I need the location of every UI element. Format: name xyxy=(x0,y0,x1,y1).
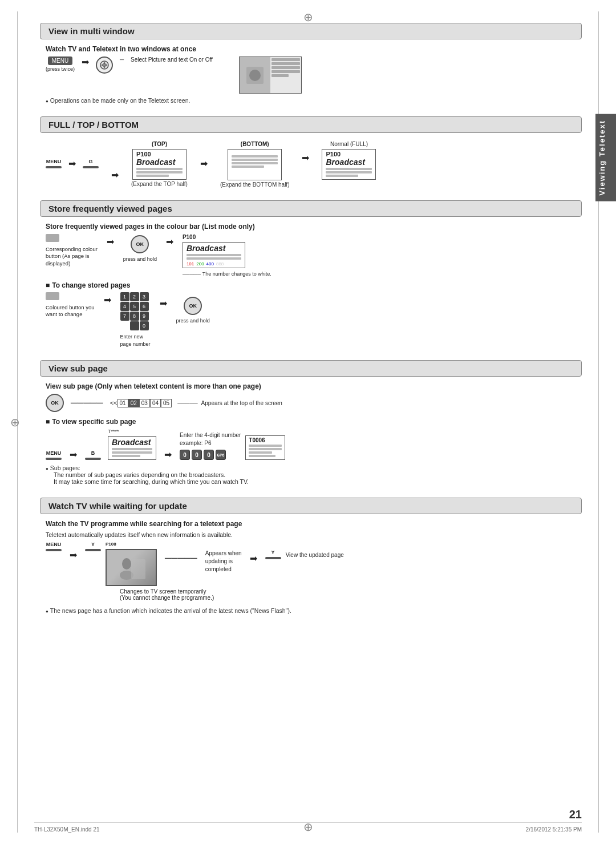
footer-left: TH-L32X50M_EN.indd 21 xyxy=(34,826,100,833)
multi-window-note: Operations can be made only on the Telet… xyxy=(46,97,576,104)
arrow-store-1: ➡ xyxy=(107,236,114,247)
section-watch-tv: Watch TV while waiting for update Watch … xyxy=(40,498,582,615)
tv-person-screen xyxy=(106,549,157,586)
arrow-store-2: ➡ xyxy=(166,236,173,247)
ok-btn-sub: OK xyxy=(46,394,64,412)
sub-pages-detail-2: It may take some time for searching, dur… xyxy=(54,478,576,485)
menu-label-watch: MENU xyxy=(46,542,62,547)
arrow-watch-1: ➡ xyxy=(70,550,77,560)
t-broadcast-screen: Broadcast xyxy=(108,436,156,460)
sidebar-viewing-teletext: Viewing Teletext xyxy=(595,114,616,201)
bottom-screen-block: (BOTTOM) (Expand the BOTTOM half) xyxy=(220,141,290,188)
g-btn xyxy=(83,166,99,168)
y-label-watch: Y xyxy=(91,542,95,547)
arrow-full-3: ➡ xyxy=(200,158,208,169)
bottom-broadcast-screen xyxy=(228,149,282,180)
arrow-full-1: ➡ xyxy=(68,158,76,169)
top-broadcast-screen: P100 Broadcast xyxy=(132,149,187,180)
subtitle-watch: Watch the TV programme while searching f… xyxy=(46,520,576,528)
specific-sub-title: ■To view specific sub page xyxy=(46,418,576,426)
section-title-multi-window: View in multi window xyxy=(40,23,582,39)
enter-page-label: Enter new page number xyxy=(120,333,151,348)
appears-label: Appears at the top of the screen xyxy=(201,400,282,406)
arrow-change-2: ➡ xyxy=(160,298,167,309)
section-multi-window: View in multi window Watch TV and Telete… xyxy=(40,23,582,104)
colour-btn-change xyxy=(46,292,59,300)
footer: TH-L32X50M_EN.indd 21 2/16/2012 5:21:35 … xyxy=(34,822,582,833)
tv-split-image xyxy=(239,56,302,94)
subtitle-multi-window: Watch TV and Teletext in two windows at … xyxy=(46,45,576,53)
y2-btn xyxy=(265,557,281,559)
menu-label-full: MENU xyxy=(46,159,62,164)
store-broadcast-screen: Broadcast 101 200 400 888 xyxy=(183,242,245,268)
colour-bar-nums: 101 200 400 888 xyxy=(187,261,241,266)
change-stored-title: ■To change stored pages xyxy=(46,281,576,289)
section-title-sub: View sub page xyxy=(40,360,582,377)
svg-point-6 xyxy=(122,558,131,570)
colour-btn-label: Corresponding colourbutton (As page isdi… xyxy=(46,246,98,267)
svg-point-5 xyxy=(103,64,106,67)
t0006-block: T0006 xyxy=(245,435,285,460)
full-broadcast-screen: P100 Broadcast xyxy=(322,149,376,180)
nav-circle xyxy=(96,56,113,74)
colour-btn-display xyxy=(46,234,59,242)
store-screen-block: P100 Broadcast 101 200 400 888 ──── xyxy=(183,234,271,277)
g-label: G xyxy=(88,159,92,164)
expand-top-label: (Expand the TOP half) xyxy=(131,181,188,187)
section-full-top-bottom: FULL / TOP / BOTTOM MENU ➡ G ➡ xyxy=(40,116,582,188)
svg-rect-8 xyxy=(131,559,145,579)
subtitle-sub: View sub page (Only when teletext conten… xyxy=(46,382,576,390)
expand-bottom-label: (Expand the BOTTOM half) xyxy=(220,181,290,188)
menu-key: MENU xyxy=(48,56,72,65)
subpage-sequence: << 01 02 03 04 05 xyxy=(110,399,172,407)
t-label: T**** xyxy=(108,429,119,434)
manual-page: ⊕ ⊕ ⊕ Viewing Teletext View in multi win… xyxy=(0,0,616,844)
arrow-full-2: ➡ xyxy=(111,169,119,180)
menu-btn-watch xyxy=(46,549,62,551)
b-btn xyxy=(85,458,101,460)
reg-mark-top: ⊕ xyxy=(303,10,313,24)
digit-6: 6P6 xyxy=(216,450,226,460)
y-btn-watch xyxy=(85,549,101,551)
arrow-sub-1: ───── xyxy=(71,398,103,408)
menu-btn-full xyxy=(46,166,62,168)
section-title-watch: Watch TV while waiting for update xyxy=(40,498,582,514)
sub-pages-detail-1: The number of sub pages varies depending… xyxy=(54,471,576,478)
arrow-1: ➡ xyxy=(82,56,89,67)
press-hold-2-label: press and hold xyxy=(176,318,210,324)
p108-label: P108 xyxy=(106,542,116,547)
digit-0-3: 0 xyxy=(204,450,214,460)
watch-detail: Teletext automatically updates itself wh… xyxy=(46,531,576,538)
coloured-btn-change-label: Coloured button youwant to change xyxy=(46,304,95,318)
menu-label-sub: MENU xyxy=(46,450,62,456)
arrow-sub-2: ➡ xyxy=(70,449,77,460)
subpage-arrow-line: ───── xyxy=(177,400,197,406)
footer-right: 2/16/2012 5:21:35 PM xyxy=(526,826,582,833)
arrow-full-4: ➡ xyxy=(302,152,309,163)
bottom-label: (BOTTOM) xyxy=(241,141,269,147)
full-label: Normal (FULL) xyxy=(330,141,368,147)
top-screen-block: (TOP) P100 Broadcast (Expand the TOP hal… xyxy=(131,141,188,187)
b-label: B xyxy=(91,450,95,456)
arrow-2: ─ xyxy=(120,56,124,63)
menu-btn-sub xyxy=(46,458,62,460)
ok-btn-store: OK xyxy=(131,235,149,253)
section-store-pages: Store frequently viewed pages Store freq… xyxy=(40,200,582,348)
example-label: example: P6 xyxy=(180,440,212,446)
view-updated-label: View the updated page xyxy=(286,552,344,558)
press-hold-label: press and hold xyxy=(123,256,157,262)
sub-pages-notes: Sub pages: The number of sub pages varie… xyxy=(46,465,576,485)
change-stored-section: ■To change stored pages Coloured button … xyxy=(46,281,576,348)
section-title-store: Store frequently viewed pages xyxy=(40,200,582,217)
section-title-full: FULL / TOP / BOTTOM xyxy=(40,116,582,133)
enter-4digit-label: Enter the 4-digit number xyxy=(180,432,241,438)
specific-subpage-section: ■To view specific sub page MENU ➡ B xyxy=(46,418,576,485)
arrow-watch-2: ───── xyxy=(165,553,197,563)
top-label: (TOP) xyxy=(152,141,167,147)
section-view-sub: View sub page View sub page (Only when t… xyxy=(40,360,582,485)
select-label: Select Picture and text On or Off xyxy=(131,56,213,63)
y2-label: Y xyxy=(271,550,275,555)
arrow-watch-3: ➡ xyxy=(250,553,257,564)
appears-when-label: Appears whenupdating iscompleted xyxy=(205,550,242,574)
changes-note: Changes to TV screen temporarily(You can… xyxy=(120,588,576,601)
